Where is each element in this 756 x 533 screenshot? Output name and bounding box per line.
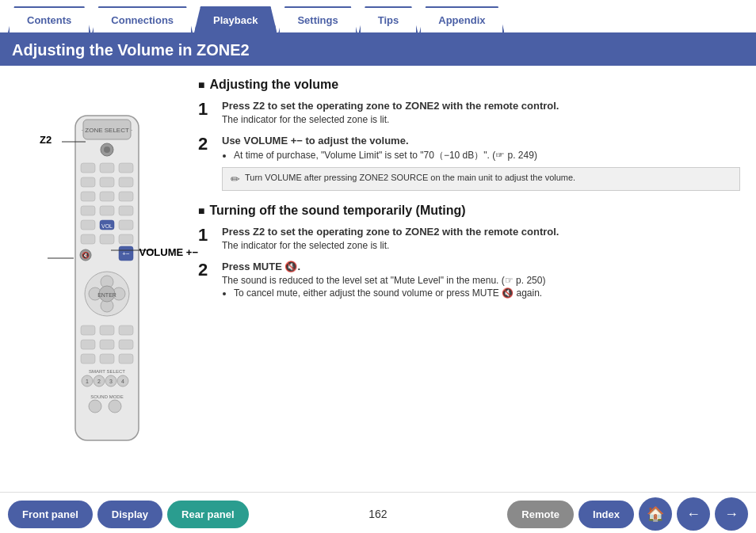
svg-text:ENTER: ENTER (97, 292, 116, 298)
step-content: Press Z2 to set the operating zone to ZO… (222, 100, 740, 127)
step-2-volume: 2 Use VOLUME +− to adjust the volume. At… (198, 135, 740, 196)
svg-text:4: 4 (121, 379, 124, 384)
svg-rect-24 (81, 234, 95, 244)
back-icon-button[interactable]: ← (677, 497, 710, 531)
svg-rect-38 (81, 326, 95, 335)
svg-text:1: 1 (86, 379, 89, 384)
display-button[interactable]: Display (97, 501, 162, 528)
step-number: 1 (198, 226, 214, 245)
step-bullets: At time of purchase, "Volume Limit" is s… (222, 149, 740, 162)
step-number: 1 (198, 100, 214, 119)
step-content: Press Z2 to set the operating zone to ZO… (222, 226, 740, 253)
step-1-volume: 1 Press Z2 to set the operating zone to … (198, 100, 740, 127)
svg-rect-44 (81, 354, 95, 364)
step-text: The indicator for the selected zone is l… (222, 114, 740, 125)
note-icon: ✏ (231, 173, 240, 185)
bullet-item: At time of purchase, "Volume Limit" is s… (234, 149, 740, 162)
footer-navigation: Front panel Display Rear panel 162 Remot… (0, 492, 756, 533)
svg-rect-41 (81, 340, 95, 349)
svg-rect-20 (81, 220, 95, 230)
bullet-item: To cancel mute, either adjust the sound … (234, 287, 740, 299)
remote-panel: Z2 · ZONE SELECT · (8, 74, 182, 484)
volume-label: VOLUME +− (139, 246, 198, 258)
svg-rect-11 (81, 177, 95, 187)
svg-text:2: 2 (97, 379, 101, 384)
svg-rect-9 (100, 163, 114, 173)
step-content: Use VOLUME +− to adjust the volume. At t… (222, 135, 740, 196)
svg-rect-25 (100, 234, 114, 244)
forward-icon-button[interactable]: → (715, 497, 748, 531)
tab-tips[interactable]: Tips (359, 6, 418, 32)
section-title-volume: Adjusting the volume (198, 78, 740, 92)
svg-text:+−: +− (122, 250, 130, 257)
svg-rect-16 (119, 192, 133, 201)
index-button[interactable]: Index (578, 501, 634, 528)
tab-appendix[interactable]: Appendix (419, 6, 504, 32)
svg-rect-12 (100, 177, 114, 187)
note-box: ✏ Turn VOLUME after pressing ZONE2 SOURC… (222, 167, 740, 191)
step-number: 2 (198, 261, 214, 280)
svg-rect-8 (81, 163, 95, 173)
svg-rect-46 (119, 354, 133, 364)
svg-rect-22 (119, 220, 133, 230)
svg-text:SMART SELECT: SMART SELECT (89, 369, 125, 374)
svg-rect-42 (100, 340, 114, 349)
step-bold-text: Press Z2 to set the operating zone to ZO… (222, 100, 740, 112)
step-bold-text: Press MUTE 🔇. (222, 261, 740, 272)
step-text: The indicator for the selected zone is l… (222, 240, 740, 251)
step-number: 2 (198, 135, 214, 154)
svg-rect-13 (119, 177, 133, 187)
svg-text:SOUND MODE: SOUND MODE (90, 394, 123, 399)
front-panel-button[interactable]: Front panel (8, 501, 93, 528)
svg-rect-14 (81, 192, 95, 201)
rear-panel-button[interactable]: Rear panel (167, 501, 248, 528)
tab-contents[interactable]: Contents (8, 6, 90, 32)
navigation-tabs: Contents Connections Playback Settings T… (0, 0, 756, 35)
main-content: Z2 · ZONE SELECT · (0, 66, 756, 492)
svg-rect-17 (81, 206, 95, 215)
svg-rect-43 (119, 340, 133, 349)
tab-settings[interactable]: Settings (278, 6, 357, 32)
step-bold-text: Press Z2 to set the operating zone to ZO… (222, 226, 740, 238)
svg-point-57 (89, 400, 101, 413)
page-number: 162 (254, 508, 503, 520)
z2-label: Z2 (40, 134, 52, 146)
step-1-muting: 1 Press Z2 to set the operating zone to … (198, 226, 740, 253)
svg-rect-15 (100, 192, 114, 201)
svg-rect-19 (119, 206, 133, 215)
svg-text:VOL: VOL (101, 223, 113, 229)
svg-rect-26 (119, 234, 133, 244)
page-title: Adjusting the Volume in ZONE2 (0, 35, 756, 66)
svg-text:🔇: 🔇 (82, 251, 90, 259)
section-title-muting: Turning off the sound temporarily (Mutin… (198, 204, 740, 218)
svg-rect-18 (100, 206, 114, 215)
step-2-muting: 2 Press MUTE 🔇. The sound is reduced to … (198, 261, 740, 300)
note-text: Turn VOLUME after pressing ZONE2 SOURCE … (245, 173, 575, 182)
svg-rect-39 (100, 326, 114, 335)
svg-rect-45 (100, 354, 114, 364)
tab-playback[interactable]: Playback (194, 6, 277, 32)
svg-point-58 (109, 400, 121, 413)
svg-rect-40 (119, 326, 133, 335)
step-text: The sound is reduced to the level set at… (222, 275, 740, 286)
tab-connections[interactable]: Connections (92, 6, 193, 32)
remote-control-svg: · ZONE SELECT · (71, 112, 143, 444)
svg-point-7 (104, 147, 110, 153)
step-content: Press MUTE 🔇. The sound is reduced to th… (222, 261, 740, 300)
instructions-panel: Adjusting the volume 1 Press Z2 to set t… (190, 74, 748, 484)
home-icon-button[interactable]: 🏠 (639, 497, 672, 531)
step-bullets: To cancel mute, either adjust the sound … (222, 287, 740, 299)
svg-text:3: 3 (109, 379, 113, 384)
step-bold-text: Use VOLUME +− to adjust the volume. (222, 135, 740, 147)
remote-button[interactable]: Remote (507, 501, 574, 528)
svg-text:· ZONE SELECT ·: · ZONE SELECT · (82, 127, 132, 134)
svg-rect-10 (119, 163, 133, 173)
